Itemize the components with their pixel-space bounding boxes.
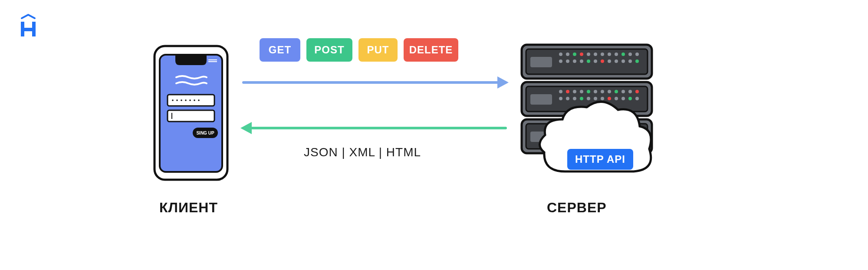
svg-point-23 [573,53,576,56]
diagram: SING UP GET POST PUT DELETE JSON | XML |… [0,0,868,270]
svg-rect-47 [530,94,552,105]
svg-point-31 [628,53,632,56]
svg-point-21 [559,53,562,56]
svg-rect-20 [530,57,552,67]
svg-rect-7 [168,95,214,106]
svg-point-14 [198,99,200,101]
svg-point-55 [608,90,611,93]
svg-point-65 [594,97,597,100]
svg-point-70 [628,97,632,100]
signup-button-label: SING UP [196,131,214,135]
svg-point-53 [594,90,597,93]
svg-point-33 [559,59,562,63]
client-phone-icon: SING UP [152,43,230,182]
svg-point-30 [621,53,625,56]
svg-point-39 [601,59,604,63]
svg-point-41 [615,59,618,63]
method-post: POST [306,38,352,62]
svg-point-11 [185,99,187,101]
response-formats: JSON | XML | HTML [304,145,421,159]
svg-point-58 [628,90,632,93]
svg-point-60 [559,97,562,100]
svg-point-54 [601,90,604,93]
hexlet-logo-icon [17,13,39,39]
svg-rect-2 [21,28,36,31]
svg-point-37 [587,59,590,63]
svg-point-48 [559,90,562,93]
server-caption: СЕРВЕР [547,200,686,270]
svg-point-44 [635,59,639,63]
svg-point-25 [587,53,590,56]
svg-point-10 [181,99,182,101]
svg-point-35 [573,59,576,63]
svg-point-61 [566,97,569,100]
svg-point-67 [608,97,611,100]
svg-point-51 [580,90,583,93]
svg-point-9 [176,99,178,101]
svg-point-40 [608,59,611,63]
svg-point-56 [615,90,618,93]
svg-point-66 [601,97,604,100]
request-arrow-icon [242,80,507,85]
response-arrow-icon [242,126,507,130]
method-delete: DELETE [404,38,458,62]
method-get: GET [260,38,300,62]
svg-point-22 [566,53,569,56]
svg-point-12 [189,99,191,101]
svg-point-38 [594,59,597,63]
svg-point-29 [615,53,618,56]
svg-point-27 [601,53,604,56]
svg-point-36 [580,59,583,63]
svg-point-13 [194,99,195,101]
svg-point-32 [635,53,639,56]
method-put: PUT [358,38,398,62]
svg-point-28 [608,53,611,56]
svg-point-24 [580,53,583,56]
svg-point-63 [580,97,583,100]
http-api-badge: HTTP API [567,149,633,170]
svg-point-52 [587,90,590,93]
svg-point-59 [635,90,639,93]
client-caption: КЛИЕНТ [159,200,218,216]
svg-point-34 [566,59,569,63]
svg-point-42 [621,59,625,63]
svg-point-69 [621,97,625,100]
svg-point-62 [573,97,576,100]
svg-point-26 [594,53,597,56]
svg-point-64 [587,97,590,100]
svg-point-68 [615,97,618,100]
svg-point-50 [573,90,576,93]
svg-point-49 [566,90,569,93]
svg-point-57 [621,90,625,93]
svg-point-8 [172,99,174,101]
svg-point-43 [628,59,632,63]
svg-rect-15 [168,110,214,122]
svg-point-71 [635,97,639,100]
